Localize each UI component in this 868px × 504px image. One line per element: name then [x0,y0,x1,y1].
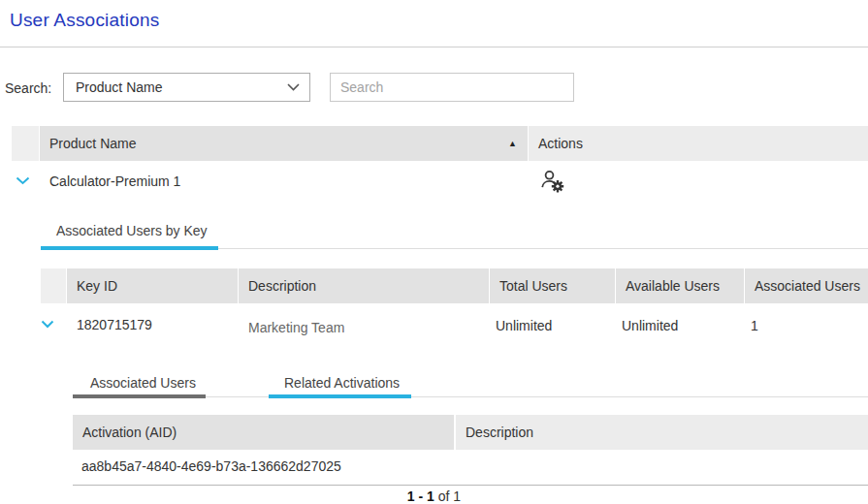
pagination-range: 1 - 1 [407,488,434,504]
activation-description-header-label: Description [466,425,533,440]
active-tab-underline [41,246,218,250]
description-header-label: Description [248,278,316,294]
keys-header-available-users: Available Users [616,268,744,303]
keys-header-description: Description [239,268,489,303]
activation-aid-value: aa8b45a7-4840-4e69-b73a-136662d27025 [81,458,341,474]
pagination-suffix: of 1 [438,488,461,504]
search-field-selected-value: Product Name [76,79,162,95]
active-tab-underline [269,394,411,398]
tabbar-baseline [218,248,868,249]
chevron-down-icon[interactable] [41,320,54,329]
available-users-header-label: Available Users [626,278,720,294]
keys-header-key-id: Key ID [67,268,238,303]
table-row: aa8b45a7-4840-4e69-b73a-136662d27025 [0,450,868,483]
total-users-value: Unlimited [496,318,552,333]
keys-header-total-users: Total Users [490,268,615,303]
product-name-header-label: Product Name [49,136,136,151]
inactive-tab-underline [73,394,206,398]
keys-header-expander-column [41,268,66,303]
sort-ascending-icon[interactable]: ▲ [508,139,517,148]
available-users-value: Unlimited [622,318,678,333]
associated-users-value: 1 [751,318,758,333]
product-name-value: Calculator-Premium 1 [49,173,180,189]
title-divider [0,47,868,47]
total-users-header-label: Total Users [499,278,567,294]
products-header-product-name[interactable]: Product Name [40,126,528,161]
activations-header-aid: Activation (AID) [73,415,454,450]
key-id-header-label: Key ID [77,278,117,294]
actions-header-label: Actions [538,136,583,151]
table-row: 1820715179 Marketing Team Unlimited Unli… [0,308,868,349]
pagination-status: 1 - 1 of 1 [0,488,868,504]
tab-associated-users-by-key[interactable]: Associated Users by Key [56,223,208,238]
chevron-down-icon [287,83,300,91]
tab-associated-users[interactable]: Associated Users [90,375,196,391]
search-field-select[interactable]: Product Name [63,73,310,102]
tab-related-activations[interactable]: Related Activations [284,375,400,391]
associated-users-header-label: Associated Users [755,278,860,294]
user-gear-icon[interactable] [540,169,565,194]
chevron-down-icon[interactable] [16,176,30,185]
products-header-expander-column [12,126,39,161]
key-id-value: 1820715179 [77,317,152,332]
activations-header-description: Description [456,415,868,450]
products-header-actions: Actions [529,126,868,161]
table-row: Calculator-Premium 1 [0,161,868,204]
page-title: User Associations [10,10,159,31]
search-label: Search: [5,80,51,96]
key-description-value: Marketing Team [248,320,344,335]
activation-aid-header-label: Activation (AID) [82,425,177,440]
table-bottom-border [73,485,868,486]
user-associations-page: User Associations Search: Product Name P… [0,0,868,504]
keys-header-associated-users: Associated Users [745,268,868,303]
search-input[interactable] [330,73,574,102]
